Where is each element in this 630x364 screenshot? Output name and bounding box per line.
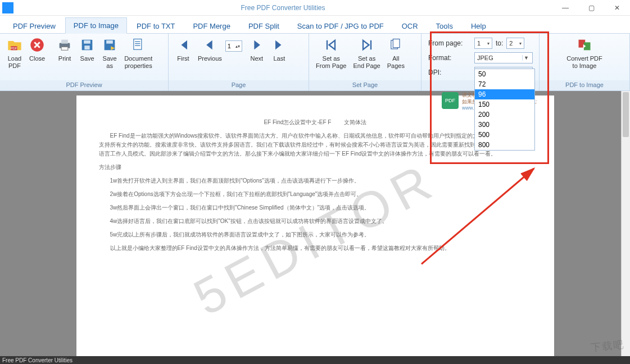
ribbon: PDF Load PDF Close Print Save Save as: [0, 34, 630, 91]
format-select[interactable]: JPEG▼: [474, 52, 533, 63]
dpi-label: DPI:: [428, 69, 471, 76]
title-bar: Free PDF Converter Utilities — ▢ ✕: [0, 0, 630, 16]
tab-tools[interactable]: Tools: [428, 18, 461, 34]
tab-pdf-split[interactable]: PDF Split: [240, 18, 288, 34]
dpi-option[interactable]: 96: [475, 89, 534, 99]
dpi-option[interactable]: 50: [475, 69, 534, 79]
dpi-option[interactable]: 800: [475, 140, 534, 150]
svg-rect-11: [134, 39, 142, 50]
set-end-page-button[interactable]: Set as End Page: [350, 36, 383, 71]
format-value: JPEG: [477, 54, 493, 61]
svg-text:PDF: PDF: [11, 47, 17, 50]
doc-step: 4w选择好语言后，我们在窗口底部可以找到"OK"按钮，点击该按钮就可以成功将软件…: [99, 217, 532, 226]
printer-icon: [57, 37, 72, 53]
load-pdf-button[interactable]: PDF Load PDF: [3, 36, 26, 71]
doc-heading-prefix: EF Find怎么设置中文-EF F: [264, 119, 331, 125]
next-label: Next: [250, 55, 263, 62]
from-page-label: From page:: [428, 39, 471, 47]
convert-icon: [577, 37, 592, 53]
scrollbar-thumb[interactable]: [623, 92, 629, 137]
save-button[interactable]: Save: [76, 36, 98, 63]
maximize-button[interactable]: ▢: [578, 0, 604, 16]
close-button[interactable]: Close: [26, 36, 48, 63]
set-from-page-button[interactable]: Set as From Page: [312, 36, 350, 71]
close-icon: [29, 37, 45, 53]
from-page-input[interactable]: 1▾: [474, 38, 492, 49]
svg-rect-10: [106, 40, 113, 44]
all-pages-label: All Pages: [387, 55, 405, 70]
set-from-label: Set as From Page: [316, 55, 346, 70]
tab-pdf-merge[interactable]: PDF Merge: [184, 18, 238, 34]
chevron-down-icon: ▼: [522, 55, 530, 61]
save-as-button[interactable]: Save as: [98, 36, 121, 71]
close-label: Close: [29, 55, 45, 62]
tab-pdf-preview[interactable]: PDF Preview: [4, 18, 64, 34]
convert-label: Convert PDF to Image: [566, 55, 602, 70]
print-label: Print: [58, 55, 71, 62]
spinner-icon: ▴▾: [235, 44, 240, 49]
dpi-option[interactable]: 72: [475, 79, 534, 89]
doc-method-title: 方法步骤: [99, 163, 532, 172]
dpi-option[interactable]: 500: [475, 130, 534, 140]
tab-pdf-to-txt[interactable]: PDF to TXT: [128, 18, 183, 34]
svg-rect-13: [393, 39, 400, 48]
tab-scan-to-pdf[interactable]: Scan to PDF / JPG to PDF: [289, 18, 392, 34]
dpi-option[interactable]: 150: [475, 99, 534, 110]
print-button[interactable]: Print: [53, 36, 76, 63]
set-from-icon: [323, 37, 339, 53]
dpi-option[interactable]: 300: [475, 120, 534, 130]
vertical-scrollbar[interactable]: [621, 91, 630, 356]
page-number-value: 1: [228, 43, 231, 49]
all-pages-icon: [388, 37, 404, 53]
pdf-badge-icon: PDF: [442, 92, 459, 109]
group-title-pdf-to-image: PDF to Image: [540, 80, 629, 90]
tab-help[interactable]: Help: [463, 18, 495, 34]
first-label: First: [177, 55, 189, 62]
status-bar: Free PDF Converter Utilities: [0, 356, 630, 364]
group-title-set-page: Set Page: [309, 80, 421, 90]
spinner-icon: ▾: [487, 41, 490, 46]
next-page-button[interactable]: Next: [246, 36, 268, 63]
save-icon: [79, 37, 95, 53]
svg-rect-8: [84, 46, 89, 49]
last-page-button[interactable]: Last: [268, 36, 291, 63]
window-title: Free PDF Converter Utilities: [13, 4, 552, 12]
doc-properties-label: Document properties: [124, 55, 152, 70]
minimize-button[interactable]: —: [552, 0, 578, 16]
document-viewport[interactable]: PDF 该文档由免费PDF大师生成, 如果想去掉该提示, 请访问并下载: www…: [0, 91, 630, 356]
load-pdf-label: Load PDF: [8, 55, 21, 70]
dpi-option[interactable]: 200: [475, 110, 534, 120]
tab-pdf-to-image[interactable]: PDF to Image: [65, 17, 127, 34]
last-label: Last: [273, 55, 285, 62]
group-title-pdf-preview: PDF Preview: [0, 80, 168, 90]
tab-ocr[interactable]: OCR: [393, 18, 427, 34]
first-page-button[interactable]: First: [172, 36, 194, 63]
status-text: Free PDF Converter Utilities: [2, 357, 72, 363]
to-page-input[interactable]: 2▾: [506, 38, 524, 49]
format-label: Format:: [428, 54, 471, 62]
document-properties-icon: [130, 37, 146, 53]
group-set-page: Set as From Page Set as End Page All Pag…: [309, 34, 421, 90]
to-page-value: 2: [509, 40, 513, 47]
save-as-icon: [102, 37, 117, 53]
doc-step: 3w然后界面上会弹出一个窗口，我们在窗口中找到"Chinese Simplifi…: [99, 203, 532, 212]
doc-step: 5w完成以上所有步骤后，我们就成功将软件的界面语言设置成中文了，如下图所示，大家…: [99, 230, 532, 239]
folder-open-icon: PDF: [7, 37, 22, 53]
convert-pdf-to-image-button[interactable]: Convert PDF to Image: [563, 36, 606, 71]
doc-heading-suffix: 文简体法: [344, 119, 366, 125]
group-settings: From page: 1▾ to: 2▾ Format: JPEG▼: [421, 34, 540, 90]
group-title-page: Page: [169, 80, 309, 90]
group-pdf-preview: PDF Load PDF Close Print Save Save as: [0, 34, 169, 90]
all-pages-button[interactable]: All Pages: [384, 36, 408, 71]
previous-page-button[interactable]: Previous: [194, 36, 225, 63]
save-label: Save: [80, 55, 94, 62]
doc-intro: EF Find是一款功能强大的Windows搜索软件。该软件界面简洁大方。用户在…: [99, 131, 532, 158]
doc-properties-button[interactable]: Document properties: [121, 36, 156, 71]
page-number-input[interactable]: 1 ▴▾: [225, 40, 242, 52]
dpi-dropdown[interactable]: 50 72 96 150 200 300 500 800: [474, 69, 535, 151]
close-window-button[interactable]: ✕: [604, 0, 630, 16]
doc-step: 2w接着在Options选项下方会出现一个下拉框，我们在下拉框的底部找到"Lan…: [99, 190, 532, 199]
from-page-value: 1: [477, 40, 481, 47]
previous-icon: [202, 37, 217, 53]
next-icon: [249, 37, 265, 53]
